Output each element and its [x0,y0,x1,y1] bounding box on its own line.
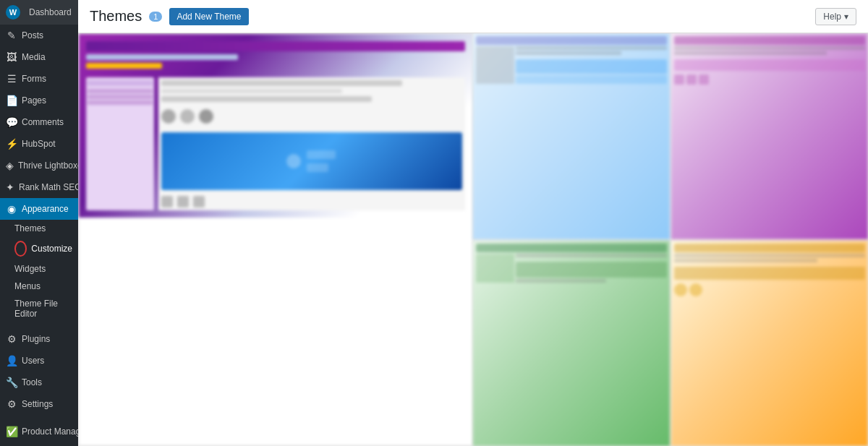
plugins-icon: ⚙ [6,333,17,345]
theme-circle-deco [286,154,301,168]
mini-theme-2-body [674,46,865,85]
mini-theme-3-header [476,244,667,252]
sidebar-item-dashboard[interactable]: W Dashboard [0,0,78,25]
sidebar: W Dashboard ✎ Posts 🖼 Media ☰ Forms 📄 Pa… [0,0,78,446]
mini-text-3 [674,46,865,50]
theme-blue-box [161,132,462,190]
posts-icon: ✎ [6,30,17,41]
appearance-label: Appearance [22,204,69,214]
sidebar-item-appearance[interactable]: ◉ Appearance [0,198,78,220]
forms-label: Forms [22,74,46,84]
wp-logo-icon: W [6,5,20,20]
mini-text-1 [516,46,667,50]
themes-content [78,33,868,446]
sidebar-item-media[interactable]: 🖼 Media [0,46,78,68]
help-button[interactable]: Help ▾ [815,8,856,25]
sidebar-item-forms[interactable]: ☰ Forms [0,68,78,90]
topbar: Themes 1 Add New Theme Help ▾ [78,0,868,33]
mini-text-5 [516,254,667,257]
pages-label: Pages [22,95,46,106]
topbar-left: Themes 1 Add New Theme [90,8,249,25]
media-icon: 🖼 [6,51,17,63]
appearance-icon: ◉ [6,203,17,215]
sidebar-item-settings[interactable]: ⚙ Settings [0,393,78,415]
mini-theme-3-content [516,254,667,283]
users-icon: 👤 [6,355,17,366]
mini-theme-4[interactable] [671,241,868,447]
tools-icon: 🔧 [6,377,17,388]
plugins-label: Plugins [22,334,50,344]
sidebar-item-thrive-dashboard[interactable]: ✅ Thrive Dashboard [0,442,78,446]
theme-sidebar-col [86,77,154,210]
settings-icon: ⚙ [6,398,17,410]
comments-icon: 💬 [6,116,17,128]
mini-text-6 [516,279,607,283]
sidebar-item-rank-math[interactable]: ✦ Rank Math SEO [0,176,78,198]
sidebar-item-tools[interactable]: 🔧 Tools [0,372,78,393]
customize-ring-icon [14,241,27,257]
sidebar-sub-theme-file-editor[interactable]: Theme File Editor [0,295,78,322]
widgets-label: Widgets [14,264,46,274]
theme-text-1 [161,80,402,86]
theme-page-area [86,77,465,210]
themes-label: Themes [14,223,46,233]
theme-icon-2 [177,196,189,207]
posts-label: Posts [22,30,43,40]
rank-math-label: Rank Math SEO [19,182,78,192]
mini-theme-1[interactable] [473,33,670,239]
theme-rect-deco-1 [307,150,336,159]
mini-theme-1-body [476,46,667,84]
dashboard-label: Dashboard [29,7,72,17]
hubspot-icon: ⚡ [6,138,17,150]
active-theme-card[interactable] [78,33,473,446]
theme-icon-1 [161,196,173,207]
theme-rect-deco-2 [307,163,328,172]
sidebar-sub-themes[interactable]: Themes [0,220,78,237]
sidebar-item-pages[interactable]: 📄 Pages [0,90,78,111]
theme-accent-bar [86,63,162,69]
mini-text-7 [674,254,865,257]
mini-theme-4-content [674,254,865,296]
themes-count-badge: 1 [149,12,162,22]
sidebar-item-hubspot[interactable]: ⚡ HubSpot [0,133,78,155]
help-arrow-icon: ▾ [844,12,848,22]
sidebar-item-comments[interactable]: 💬 Comments [0,111,78,133]
thrive-lightboxes-icon: ◈ [6,160,14,171]
sidebar-sub-menus[interactable]: Menus [0,278,78,295]
theme-icon-row [161,196,462,207]
tools-label: Tools [22,377,42,387]
sidebar-sub-customize[interactable]: Customize [0,237,78,260]
users-label: Users [22,356,44,366]
sidebar-sub-widgets[interactable]: Widgets [0,260,78,278]
mini-theme-1-content [516,46,667,84]
theme-file-editor-label: Theme File Editor [14,299,72,319]
pages-icon: 📄 [6,95,17,106]
help-label: Help [823,12,841,22]
theme-preview-area [78,33,868,446]
sidebar-item-users[interactable]: 👤 Users [0,350,78,372]
mini-theme-1-sidebar [476,46,514,84]
theme-text-2 [161,89,341,93]
menus-label: Menus [14,281,41,291]
other-themes-grid [473,33,868,446]
mini-theme-2[interactable] [671,33,868,239]
sidebar-item-plugins[interactable]: ⚙ Plugins [0,328,78,350]
mini-text-2 [516,51,621,55]
rank-math-icon: ✦ [6,181,14,193]
active-theme-preview [79,34,472,218]
forms-icon: ☰ [6,73,17,85]
mini-theme-4-body [674,254,865,296]
theme-text-3 [161,96,372,102]
sidebar-item-thrive-lightboxes[interactable]: ◈ Thrive Lightboxes [0,155,78,176]
mini-theme-2-header [674,36,865,45]
add-new-theme-button[interactable]: Add New Theme [169,8,248,25]
sidebar-item-posts[interactable]: ✎ Posts [0,25,78,46]
theme-main-col [158,77,465,210]
page-title: Themes [90,8,142,25]
sidebar-item-product-manager[interactable]: ✅ Product Manager [0,421,78,442]
settings-label: Settings [22,399,53,409]
mini-theme-3-sidebar [476,254,514,283]
theme-icon-3 [193,196,205,207]
mini-theme-4-header [674,244,865,252]
mini-theme-3[interactable] [473,241,670,447]
